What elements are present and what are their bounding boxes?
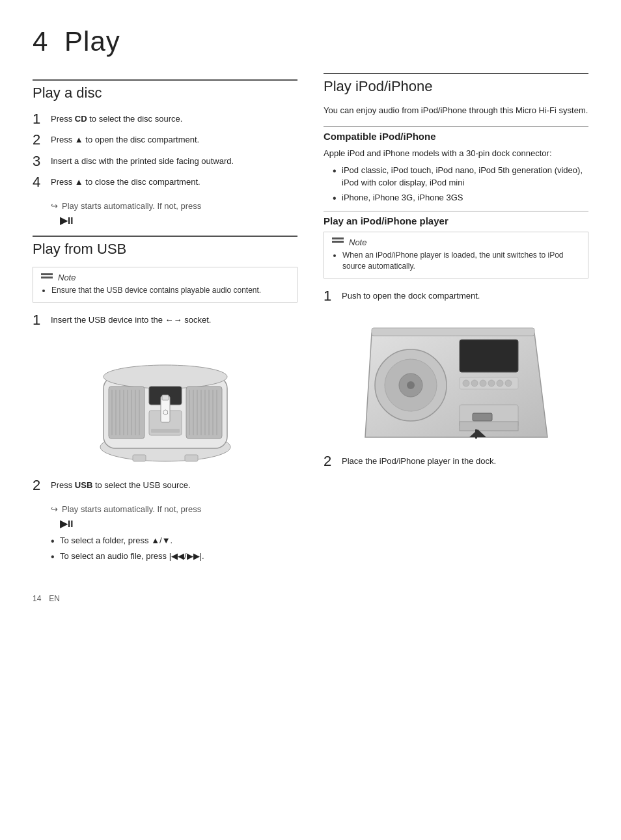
page-lang: EN: [49, 594, 60, 603]
play-disc-title: Play a disc: [33, 79, 297, 102]
ipod-note-box: Note When an iPod/iPhone player is loade…: [324, 232, 588, 278]
svg-rect-30: [372, 328, 534, 336]
svg-rect-46: [460, 422, 518, 431]
note-icon: [41, 273, 53, 282]
svg-point-2: [104, 365, 227, 388]
svg-rect-36: [460, 340, 518, 372]
play-usb-title: Play from USB: [33, 236, 297, 258]
play-usb-section: Play from USB Note Ensure that the USB d…: [33, 236, 297, 562]
svg-point-42: [497, 380, 503, 386]
step-disc-4: 4 Press ▲ to close the disc compartment.: [33, 174, 297, 191]
compatible-desc: Apple iPod and iPhone models with a 30-p…: [324, 147, 588, 160]
svg-rect-15: [162, 395, 169, 400]
page-title: 4 Play: [33, 26, 588, 57]
page-number: 14: [33, 594, 41, 603]
page-footer: 14 EN: [33, 594, 588, 603]
svg-rect-45: [473, 413, 492, 421]
ipod-dock-illustration: [359, 314, 554, 444]
step-disc-3: 3 Insert a disc with the printed side fa…: [33, 153, 297, 170]
svg-rect-17: [133, 455, 146, 461]
usb-device-illustration: ⬡: [90, 338, 240, 468]
usb-auto-play: ↪ Play starts automatically. If not, pre…: [51, 504, 297, 516]
ipod-player-section: Play an iPod/iPhone player Note When an …: [324, 211, 588, 470]
usb-play-symbol: ▶II: [60, 518, 297, 530]
svg-point-39: [471, 380, 478, 386]
svg-text:⬡: ⬡: [162, 409, 168, 416]
step-usb-2: 2 Press USB to select the USB source.: [33, 477, 297, 494]
usb-bullet-1: • To select a folder, press ▲/▼.: [51, 535, 297, 547]
left-column: Play a disc 1 Press CD to select the dis…: [33, 73, 297, 568]
usb-bullet-2: • To select an audio file, press |◀◀/▶▶|…: [51, 550, 297, 563]
disc-play-symbol: ▶II: [60, 215, 297, 226]
compatible-title: Compatible iPod/iPhone: [324, 126, 588, 142]
play-ipod-title: Play iPod/iPhone: [324, 73, 588, 95]
ipod-note-text: When an iPod/iPhone player is loaded, th…: [332, 250, 580, 273]
usb-note-text: Ensure that the USB device contains play…: [41, 285, 289, 296]
usb-image: ⬡: [33, 338, 297, 468]
ipod-note-label: Note: [349, 237, 366, 247]
usb-bullet-list: • To select a folder, press ▲/▼. • To se…: [51, 535, 297, 562]
ipod-intro: You can enjoy audio from iPod/iPhone thr…: [324, 104, 588, 117]
ipod-dock-image: [324, 314, 588, 444]
usb-bold: USB: [75, 480, 92, 490]
svg-point-41: [488, 380, 495, 386]
compatible-list: • iPod classic, iPod touch, iPod nano, i…: [333, 165, 588, 204]
compatible-item-2: • iPhone, iPhone 3G, iPhone 3GS: [333, 192, 588, 204]
svg-rect-19: [151, 429, 180, 433]
usb-note-box: Note Ensure that the USB device contains…: [33, 267, 297, 302]
ipod-note-icon: [332, 237, 344, 247]
compatible-section: Compatible iPod/iPhone Apple iPod and iP…: [324, 126, 588, 204]
ipod-player-title: Play an iPod/iPhone player: [324, 211, 588, 226]
usb-note-header: Note: [41, 273, 289, 282]
svg-point-38: [463, 380, 469, 386]
step-ipod-1: 1 Push to open the dock compartment.: [324, 288, 588, 305]
svg-rect-48: [475, 429, 477, 439]
svg-point-43: [505, 380, 512, 386]
right-column: Play iPod/iPhone You can enjoy audio fro…: [324, 73, 588, 568]
ipod-note-item-1: When an iPod/iPhone player is loaded, th…: [342, 250, 580, 273]
usb-note-item-1: Ensure that the USB device contains play…: [51, 285, 289, 296]
compatible-item-1: • iPod classic, iPod touch, iPod nano, i…: [333, 165, 588, 189]
step-ipod-2: 2 Place the iPod/iPhone player in the do…: [324, 453, 588, 470]
play-disc-section: Play a disc 1 Press CD to select the dis…: [33, 79, 297, 226]
svg-rect-18: [185, 455, 198, 461]
usb-note-label: Note: [58, 273, 76, 282]
cd-bold: CD: [75, 114, 87, 124]
step-usb-1: 1 Insert the USB device into the ←→ sock…: [33, 312, 297, 329]
chapter-number: 4: [33, 26, 48, 57]
step-disc-2: 2 Press ▲ to open the disc compartment.: [33, 131, 297, 148]
step-disc-1: 1 Press CD to select the disc source.: [33, 111, 297, 128]
ipod-note-header: Note: [332, 237, 580, 247]
play-ipod-section: Play iPod/iPhone You can enjoy audio fro…: [324, 73, 588, 470]
chapter-title-text: Play: [64, 26, 120, 57]
svg-point-40: [480, 380, 486, 386]
svg-point-34: [407, 381, 415, 389]
disc-auto-play: ↪ Play starts automatically. If not, pre…: [51, 200, 297, 213]
